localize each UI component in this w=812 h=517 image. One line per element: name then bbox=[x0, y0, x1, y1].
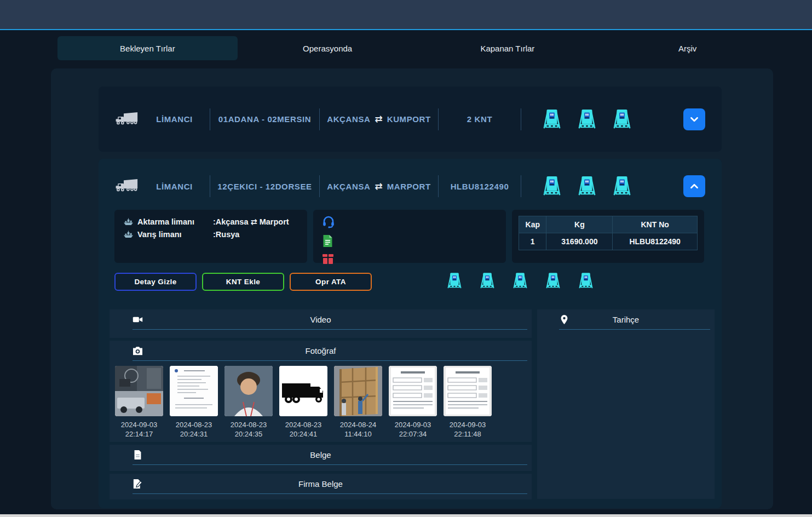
photo-gallery: 2024-09-03 22:14:17 2024-08-23 20:24:31 bbox=[110, 361, 532, 442]
photo-thumbnail[interactable] bbox=[334, 366, 382, 416]
section-title: Video bbox=[110, 315, 532, 324]
route-ports: AKÇANSA ⇄ MARPORT bbox=[320, 181, 438, 192]
tab-arsiv[interactable]: Arşiv bbox=[597, 36, 778, 60]
photo-thumbnail[interactable] bbox=[224, 366, 273, 416]
photo-item: 2024-08-23 20:24:35 bbox=[224, 366, 273, 439]
package-box-icon[interactable] bbox=[322, 254, 506, 267]
trailer-status-icon[interactable] bbox=[540, 175, 563, 197]
trailer-status-icon[interactable] bbox=[511, 271, 529, 291]
document-icon bbox=[133, 450, 143, 459]
knt-ekle-button[interactable]: KNT Ekle bbox=[202, 273, 284, 291]
history-panel: Tarihçe bbox=[537, 309, 715, 499]
trailer-status-icon[interactable] bbox=[611, 175, 634, 197]
divider bbox=[559, 329, 710, 330]
photo-thumbnail[interactable] bbox=[170, 366, 218, 416]
trailer-status-icon[interactable] bbox=[445, 271, 464, 291]
port-from: AKÇANSA bbox=[327, 114, 370, 124]
tab-operasyonda[interactable]: Operasyonda bbox=[238, 36, 418, 60]
horizontal-scrollbar[interactable] bbox=[0, 514, 812, 517]
photo-thumbnail[interactable] bbox=[389, 366, 437, 416]
chevron-down-icon bbox=[688, 113, 700, 125]
photo-section-header[interactable]: Fotoğraf bbox=[110, 341, 532, 360]
ship-icon bbox=[123, 231, 137, 238]
ship-icon bbox=[123, 218, 137, 226]
truck-card-collapsed: LİMANCI 01ADANA - 02MERSIN AKÇANSA ⇄ KUM… bbox=[99, 87, 722, 152]
trailer-status-icons bbox=[521, 108, 652, 130]
firm-document-section: Firma Belge bbox=[110, 474, 532, 499]
knt-count: 2 KNT bbox=[439, 114, 521, 124]
divider bbox=[133, 329, 527, 330]
semi-truck-icon bbox=[114, 111, 139, 128]
detay-gizle-button[interactable]: Detay Gizle bbox=[114, 273, 197, 291]
action-buttons: Detay Gizle KNT Ekle Opr ATA bbox=[114, 273, 372, 291]
photo-time: 22:11:48 bbox=[444, 429, 492, 439]
vehicle-plates: 01ADANA - 02MERSIN bbox=[210, 114, 319, 124]
photo-item: 2024-09-03 22:11:48 bbox=[444, 366, 492, 439]
trailer-status-icon[interactable] bbox=[577, 271, 595, 291]
trailer-status-icon[interactable] bbox=[478, 271, 497, 291]
tab-label: Arşiv bbox=[678, 44, 696, 53]
trailer-status-icon[interactable] bbox=[575, 108, 598, 130]
photo-item: 2024-08-23 20:24:31 bbox=[170, 366, 218, 439]
info-value: :Akçansa ⇄ Marport bbox=[213, 217, 289, 226]
photo-thumbnail[interactable] bbox=[279, 366, 327, 416]
history-section-header[interactable]: Tarihçe bbox=[537, 309, 715, 329]
firm-document-section-header[interactable]: Firma Belge bbox=[110, 474, 532, 493]
route-ports: AKÇANSA ⇄ KUMPORT bbox=[320, 113, 438, 125]
cell-kg: 31690.000 bbox=[546, 233, 613, 250]
tab-kapanan-tirlar[interactable]: Kapanan Tırlar bbox=[418, 36, 598, 60]
photo-time: 22:14:17 bbox=[115, 429, 163, 439]
expand-button[interactable] bbox=[683, 108, 705, 130]
truck-list-container: LİMANCI 01ADANA - 02MERSIN AKÇANSA ⇄ KUM… bbox=[51, 68, 773, 509]
photo-date: 2024-08-24 bbox=[334, 420, 382, 429]
document-section: Belge bbox=[110, 445, 532, 471]
photo-time: 20:24:31 bbox=[170, 429, 218, 439]
table-row: 1 31690.000 HLBU8122490 bbox=[519, 233, 698, 250]
photo-date: 2024-09-03 bbox=[444, 420, 492, 429]
photo-date: 2024-08-23 bbox=[224, 420, 273, 429]
container-table: Kap Kg KNT No 1 31690.000 HLBU8122490 bbox=[519, 216, 698, 250]
vehicle-plates: 12ÇEKICI - 12DORSEE bbox=[210, 182, 319, 191]
photo-thumbnail[interactable] bbox=[444, 366, 492, 416]
tab-bekleyen-tirlar[interactable]: Bekleyen Tırlar bbox=[57, 36, 238, 60]
divider bbox=[133, 464, 527, 465]
company-label: LİMANCI bbox=[139, 114, 210, 124]
semi-truck-icon bbox=[114, 177, 139, 195]
headset-icon[interactable] bbox=[322, 215, 506, 231]
exchange-arrows-icon: ⇄ bbox=[375, 181, 382, 192]
info-row: Aktarma limanı :Akçansa ⇄ Marport bbox=[123, 217, 298, 226]
section-title: Fotoğraf bbox=[110, 346, 532, 355]
quick-icons-panel bbox=[313, 210, 506, 263]
tab-label: Bekleyen Tırlar bbox=[120, 44, 175, 53]
truck-card-header: LİMANCI 01ADANA - 02MERSIN AKÇANSA ⇄ KUM… bbox=[99, 87, 722, 152]
divider bbox=[133, 493, 527, 494]
document-file-icon[interactable] bbox=[322, 234, 506, 250]
camera-icon bbox=[133, 346, 143, 355]
info-label: Varış limanı bbox=[137, 230, 213, 239]
document-edit-icon bbox=[133, 479, 143, 489]
trailer-status-icon[interactable] bbox=[540, 108, 563, 130]
opr-ata-button[interactable]: Opr ATA bbox=[290, 273, 372, 291]
photo-timestamp: 2024-08-24 11:44:10 bbox=[334, 420, 382, 439]
info-row: Varış limanı :Rusya bbox=[123, 230, 298, 239]
trailer-status-icon[interactable] bbox=[575, 175, 598, 197]
video-section-header[interactable]: Video bbox=[110, 309, 532, 329]
trailer-status-icon[interactable] bbox=[544, 271, 562, 291]
photo-timestamp: 2024-08-23 20:24:31 bbox=[170, 420, 218, 439]
photo-section: Fotoğraf 2024-09-03 22:14:17 bbox=[110, 341, 532, 442]
port-from: AKÇANSA bbox=[327, 182, 370, 191]
photo-timestamp: 2024-08-23 20:24:35 bbox=[224, 420, 273, 439]
photo-timestamp: 2024-09-03 22:07:34 bbox=[389, 420, 437, 439]
photo-date: 2024-09-03 bbox=[115, 420, 163, 429]
document-section-header[interactable]: Belge bbox=[110, 445, 532, 464]
info-value: :Rusya bbox=[213, 230, 239, 239]
port-to: MARPORT bbox=[387, 182, 431, 191]
tab-bar: Bekleyen Tırlar Operasyonda Kapanan Tırl… bbox=[57, 36, 778, 60]
collapse-button[interactable] bbox=[683, 175, 705, 197]
photo-timestamp: 2024-09-03 22:11:48 bbox=[444, 420, 492, 439]
exchange-arrows-icon: ⇄ bbox=[375, 113, 382, 125]
photo-item: 2024-08-23 20:24:41 bbox=[279, 366, 327, 439]
photo-thumbnail[interactable] bbox=[115, 366, 163, 416]
truck-image-icon bbox=[99, 111, 139, 128]
trailer-status-icon[interactable] bbox=[611, 108, 634, 130]
